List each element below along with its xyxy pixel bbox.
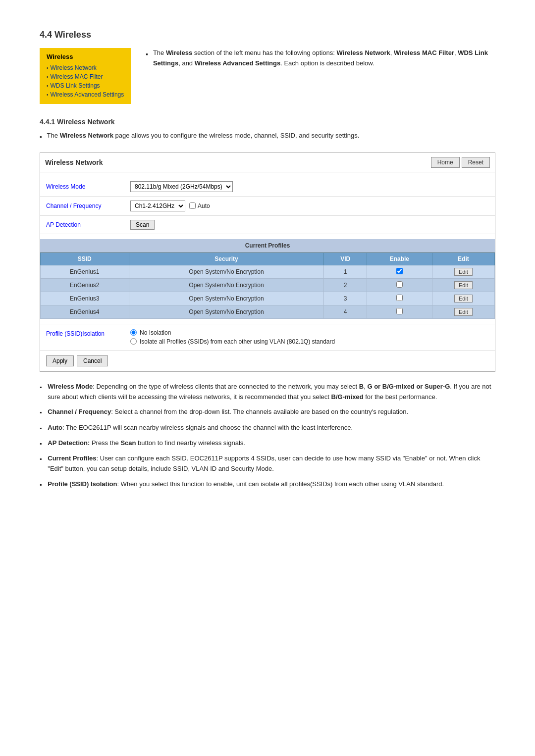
profiles-table-body: EnGenius1 Open System/No Encryption 1 Ed…: [41, 265, 495, 318]
edit-button-3[interactable]: Edit: [454, 295, 473, 302]
menu-item-wireless-advanced-settings[interactable]: Wireless Advanced Settings: [47, 90, 124, 99]
isolation-option1-label: No Isolation: [130, 329, 335, 336]
menu-item-label: Wireless Advanced Settings: [51, 91, 124, 98]
desc-profile-isolation-text: Profile (SSID) Isolation: When you selec…: [48, 479, 444, 490]
cell-vid: 4: [324, 305, 367, 318]
desc-item-ap-detection: AP Detection: Press the Scan button to f…: [40, 438, 495, 449]
reset-button[interactable]: Reset: [462, 157, 490, 168]
ap-detection-label: AP Detection: [46, 221, 125, 228]
panel-header: Wireless Network Home Reset: [40, 153, 495, 172]
wireless-mode-row: Wireless Mode 802.11b/g Mixed (2GHz/54Mb…: [40, 177, 495, 197]
enable-checkbox-2[interactable]: [396, 281, 403, 288]
isolation-radio-2[interactable]: [130, 338, 137, 345]
edit-button-4[interactable]: Edit: [454, 308, 473, 316]
isolation-option1-text: No Isolation: [140, 329, 171, 336]
wireless-mode-select[interactable]: 802.11b/g Mixed (2GHz/54Mbps): [130, 181, 233, 192]
col-ssid: SSID: [41, 252, 129, 265]
cell-security: Open System/No Encryption: [129, 305, 324, 318]
cell-ssid: EnGenius2: [41, 278, 129, 292]
intro-section: Wireless Wireless Network Wireless MAC F…: [40, 48, 495, 104]
description-list: Wireless Mode: Depending on the type of …: [40, 382, 495, 490]
cell-enable: [367, 278, 432, 292]
cell-ssid: EnGenius1: [41, 265, 129, 278]
isolation-option2-label: Isolate all Profiles (SSIDs) from each o…: [130, 338, 335, 345]
isolation-option2-text: Isolate all Profiles (SSIDs) from each o…: [140, 338, 335, 345]
menu-item-wireless-mac-filter[interactable]: Wireless MAC Filter: [47, 72, 124, 81]
cell-ssid: EnGenius3: [41, 292, 129, 305]
desc-item-auto: Auto: The EOC2611P will scan nearby wire…: [40, 423, 495, 433]
panel-title: Wireless Network: [45, 158, 103, 166]
col-security: Security: [129, 252, 324, 265]
menu-title: Wireless: [47, 53, 124, 60]
profiles-header: Current Profiles: [40, 239, 495, 252]
auto-checkbox-label: Auto: [189, 202, 210, 209]
menu-item-label: Wireless Network: [51, 64, 97, 71]
edit-button-1[interactable]: Edit: [454, 268, 473, 276]
menu-item-wds-link-settings[interactable]: WDS Link Settings: [47, 81, 124, 90]
scan-button[interactable]: Scan: [130, 220, 155, 230]
col-edit: Edit: [432, 252, 494, 265]
table-row: EnGenius1 Open System/No Encryption 1 Ed…: [41, 265, 495, 278]
menu-item-label: WDS Link Settings: [51, 82, 100, 89]
apply-button[interactable]: Apply: [46, 355, 74, 366]
desc-item-channel: Channel / Frequency: Select a channel fr…: [40, 407, 495, 417]
cell-enable: [367, 265, 432, 278]
cell-vid: 3: [324, 292, 367, 305]
cell-edit: Edit: [432, 292, 494, 305]
cell-edit: Edit: [432, 305, 494, 318]
intro-text-body: The Wireless section of the left menu ha…: [153, 48, 495, 69]
channel-frequency-control: Ch1-2.412GHz Auto: [130, 201, 210, 211]
desc-channel-text: Channel / Frequency: Select a channel fr…: [48, 407, 408, 417]
profiles-section: Current Profiles SSID Security VID Enabl…: [40, 239, 495, 319]
menu-item-label: Wireless MAC Filter: [51, 73, 103, 80]
desc-ap-detection-text: AP Detection: Press the Scan button to f…: [48, 438, 245, 449]
wireless-mode-label: Wireless Mode: [46, 183, 125, 190]
desc-item-profile-isolation: Profile (SSID) Isolation: When you selec…: [40, 479, 495, 490]
cell-edit: Edit: [432, 278, 494, 292]
profiles-table: SSID Security VID Enable Edit EnGenius1 …: [40, 252, 495, 319]
subsection-title: 4.4.1 Wireless Network: [40, 118, 495, 126]
cell-security: Open System/No Encryption: [129, 265, 324, 278]
isolation-label: Profile (SSID)Isolation: [46, 329, 125, 337]
panel-buttons: Home Reset: [431, 157, 490, 168]
table-row: EnGenius2 Open System/No Encryption 2 Ed…: [41, 278, 495, 292]
ap-detection-control: Scan: [130, 220, 155, 230]
wireless-network-intro-text: The Wireless Network page allows you to …: [47, 131, 360, 141]
cell-enable: [367, 292, 432, 305]
page-container: 4.4 Wireless Wireless Wireless Network W…: [40, 30, 495, 490]
wireless-mode-control: 802.11b/g Mixed (2GHz/54Mbps): [130, 181, 233, 192]
wireless-network-intro: The Wireless Network page allows you to …: [40, 131, 495, 143]
channel-frequency-row: Channel / Frequency Ch1-2.412GHz Auto: [40, 197, 495, 216]
desc-item-wireless-mode: Wireless Mode: Depending on the type of …: [40, 382, 495, 403]
cell-vid: 1: [324, 265, 367, 278]
channel-frequency-label: Channel / Frequency: [46, 202, 125, 209]
menu-item-wireless-network[interactable]: Wireless Network: [47, 63, 124, 72]
cell-enable: [367, 305, 432, 318]
edit-button-2[interactable]: Edit: [454, 281, 473, 289]
cancel-button[interactable]: Cancel: [77, 355, 108, 366]
menu-list: Wireless Network Wireless MAC Filter WDS…: [47, 63, 124, 99]
col-enable: Enable: [367, 252, 432, 265]
table-row: EnGenius4 Open System/No Encryption 4 Ed…: [41, 305, 495, 318]
channel-select[interactable]: Ch1-2.412GHz: [130, 201, 185, 211]
intro-description: The Wireless section of the left menu ha…: [146, 48, 495, 69]
auto-label: Auto: [198, 202, 210, 209]
col-vid: VID: [324, 252, 367, 265]
panel-body: Wireless Mode 802.11b/g Mixed (2GHz/54Mb…: [40, 172, 495, 371]
desc-item-current-profiles: Current Profiles: User can configure eac…: [40, 454, 495, 474]
section-title: 4.4 Wireless: [40, 30, 495, 40]
table-row: EnGenius3 Open System/No Encryption 3 Ed…: [41, 292, 495, 305]
isolation-radio-1[interactable]: [130, 329, 137, 336]
home-button[interactable]: Home: [431, 157, 460, 168]
profiles-table-header-row: SSID Security VID Enable Edit: [41, 252, 495, 265]
enable-checkbox-4[interactable]: [396, 308, 403, 314]
enable-checkbox-1[interactable]: [396, 268, 403, 274]
ap-detection-row: AP Detection Scan: [40, 216, 495, 234]
form-actions: Apply Cancel: [40, 350, 495, 371]
desc-wireless-mode-text: Wireless Mode: Depending on the type of …: [48, 382, 495, 403]
enable-checkbox-3[interactable]: [396, 295, 403, 301]
cell-security: Open System/No Encryption: [129, 278, 324, 292]
desc-auto-text: Auto: The EOC2611P will scan nearby wire…: [48, 423, 353, 433]
auto-checkbox[interactable]: [189, 202, 196, 209]
cell-security: Open System/No Encryption: [129, 292, 324, 305]
